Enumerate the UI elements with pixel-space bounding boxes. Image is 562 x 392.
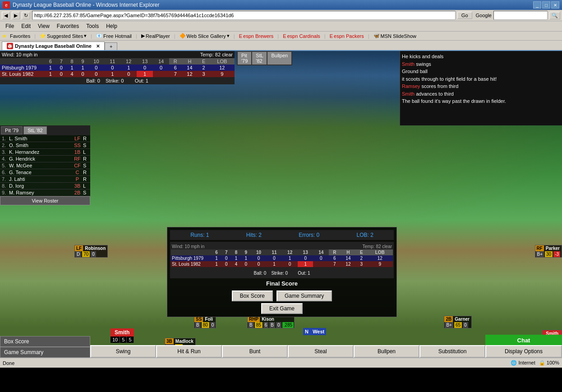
3b-name: Madlock	[174, 338, 195, 344]
stl-lineup-tab[interactable]: StL '82	[23, 126, 47, 134]
batter-val1: 10	[111, 337, 120, 343]
score-overlay-top: Wind: 10 mph in Temp: 82 clear Pit '79 S…	[0, 51, 235, 84]
box-score-bottom-btn[interactable]: Box Score	[0, 336, 90, 347]
bunt-btn[interactable]: Bunt	[222, 345, 288, 358]
steal-btn[interactable]: Steal	[288, 345, 354, 358]
pit-lineup-tab[interactable]: Pit '79	[1, 126, 23, 134]
fav-msn[interactable]: 🦋 MSN SlideShow	[372, 32, 418, 39]
menu-file[interactable]: File	[2, 22, 18, 30]
mini-pit-name: Pittsburgh 1979	[171, 255, 212, 261]
fav-espn-brewers[interactable]: E espn Brewers	[238, 33, 275, 39]
tab-bar: ⚾ Dynasty League Baseball Online ✕ +	[0, 41, 562, 51]
2b-grade: B+	[445, 322, 453, 328]
lf-val1: 70	[82, 251, 90, 257]
maximize-btn[interactable]: □	[542, 1, 550, 9]
menu-tools[interactable]: Tools	[83, 22, 102, 30]
2b-garner-card: 2B Garner B+ 65 0	[444, 316, 472, 328]
swing-btn[interactable]: Swing	[90, 345, 156, 358]
menu-favorites[interactable]: Favorites	[53, 22, 83, 30]
lf-name: Robinson	[83, 245, 107, 251]
rf-val1: 30	[545, 251, 553, 257]
lf-val2: 0	[91, 251, 96, 257]
suggested-sites[interactable]: ⭐ Suggested Sites ▾	[38, 32, 88, 39]
chat-btn[interactable]: Chat	[485, 335, 562, 346]
temp-label: Temp: 82 clear	[200, 52, 233, 57]
commentary-box[interactable]: He kicks and deals Smith swings Ground b…	[400, 51, 562, 125]
favorites-label[interactable]: Favorites	[9, 33, 32, 39]
ss-val2: 0	[210, 322, 216, 328]
batter-val2: 5	[120, 337, 127, 343]
substitution-btn[interactable]: Substitution	[419, 345, 485, 358]
game-summary-bottom-btn[interactable]: Game Summary	[0, 347, 90, 358]
view-roster-btn[interactable]: View Roster	[0, 196, 90, 205]
rf-name: Parker	[544, 245, 562, 251]
close-btn[interactable]: ✕	[551, 1, 559, 9]
search-btn[interactable]: 🔍	[549, 12, 560, 19]
fav-espn-packers[interactable]: E espn Packers	[328, 33, 365, 39]
rhp-val2: 6	[263, 322, 269, 328]
ss-foli-card: SS Foli B 80 0	[194, 316, 216, 328]
lineup-row-1[interactable]: 1. L. Smith LF R	[0, 135, 90, 142]
tab-close[interactable]: ✕	[96, 44, 100, 49]
menu-edit[interactable]: Edit	[18, 22, 34, 30]
direction-badge: N West	[303, 328, 326, 335]
lineup-row-3[interactable]: 3. K. Hernandez 1B L	[0, 149, 90, 156]
fav-realplayer[interactable]: ▶ RealPlayer	[140, 32, 171, 39]
stl-team-name: St. Louis 1982	[0, 71, 45, 77]
bullpen-btn[interactable]: Bullpen	[354, 345, 419, 358]
lineup-row-9[interactable]: 9. M. Ramsey 2B S	[0, 189, 90, 196]
3b-pos-badge: 3B	[165, 338, 174, 344]
fav-webslice[interactable]: 🔶 Web Slice Gallery ▾	[178, 32, 231, 39]
lf-grade: D	[75, 251, 81, 257]
rf-pos-badge: RF	[535, 245, 544, 251]
lineup-row-8[interactable]: 8. D. Iorg 3B L	[0, 183, 90, 189]
wind-label: Wind: 10 mph in	[2, 52, 37, 57]
rf-parker-card: RF Parker B+ 30 -3	[535, 245, 562, 258]
favorites-star: ★	[2, 33, 7, 39]
title-bar: e Dynasty League Baseball Online - Windo…	[0, 0, 562, 10]
status-right: 🌐 Internet 🔒 100%	[511, 360, 559, 366]
hit-and-run-btn[interactable]: Hit & Run	[156, 345, 222, 358]
rhp-val1: 85	[255, 322, 263, 328]
final-score-overlay: Runs: 1 Hits: 2 Errors: 0 LOB: 2 Wind: 1…	[167, 227, 397, 317]
fav-espn-cards[interactable]: E espn Cardinals	[281, 33, 322, 39]
fav-hotmail[interactable]: 📧 Free Hotmail	[95, 32, 133, 39]
tab-icon: ⚾	[7, 43, 13, 49]
pit-tab-top[interactable]: Pit '79	[238, 52, 251, 65]
rhp-v4: 0	[276, 322, 281, 328]
game-summary-btn-overlay[interactable]: Game Summary	[276, 291, 332, 301]
box-score-btn-overlay[interactable]: Box Score	[232, 291, 273, 301]
lineup-row-5[interactable]: 5. W. McGee CF S	[0, 162, 90, 169]
go-btn[interactable]: Go	[457, 12, 472, 19]
status-text: Done	[3, 360, 511, 366]
back-btn[interactable]: ◀	[2, 12, 10, 19]
display-options-btn[interactable]: Display Options	[485, 345, 562, 358]
search-input[interactable]	[493, 11, 548, 20]
lineup-row-7[interactable]: 7. J. Lahti P R	[0, 176, 90, 183]
game-container: Wind: 10 mph in Temp: 82 clear Pit '79 S…	[0, 51, 562, 358]
tab-label: Dynasty League Baseball Online	[15, 43, 92, 49]
menu-help[interactable]: Help	[102, 22, 121, 30]
batter-smith-name: Smith	[111, 328, 134, 337]
lineup-row-6[interactable]: 6. G. Tenace C R	[0, 169, 90, 176]
menu-view[interactable]: View	[34, 22, 53, 30]
browser-tab-active[interactable]: ⚾ Dynasty League Baseball Online ✕	[2, 42, 105, 50]
minimize-btn[interactable]: _	[533, 1, 541, 9]
2b-val1: 65	[454, 322, 462, 328]
window-title: Dynasty League Baseball Online - Windows…	[13, 2, 160, 8]
rf-val2: -3	[553, 251, 560, 257]
exit-game-btn[interactable]: Exit Game	[261, 303, 303, 314]
rhp-kison-card: RHP Kison B 85 6 B 0 .285	[247, 316, 295, 328]
bullpen-tab-top[interactable]: Bullpen	[267, 52, 291, 65]
stl-tab-top[interactable]: StL '82	[252, 52, 267, 65]
refresh-btn[interactable]: ↻	[22, 12, 30, 19]
new-tab-btn[interactable]: +	[105, 42, 117, 50]
lineup-row-4[interactable]: 4. G. Hendrick RF R	[0, 156, 90, 162]
pit-team-name: Pittsburgh 1979	[0, 65, 45, 71]
mini-stl-name: St. Louis 1982	[171, 261, 212, 267]
url-input[interactable]	[32, 11, 456, 20]
rhp-avg: .285	[282, 322, 294, 328]
lineup-row-2[interactable]: 2. O. Smith SS S	[0, 142, 90, 149]
internet-zone: 🌐 Internet	[511, 360, 535, 366]
forward-btn[interactable]: ▶	[12, 12, 20, 19]
